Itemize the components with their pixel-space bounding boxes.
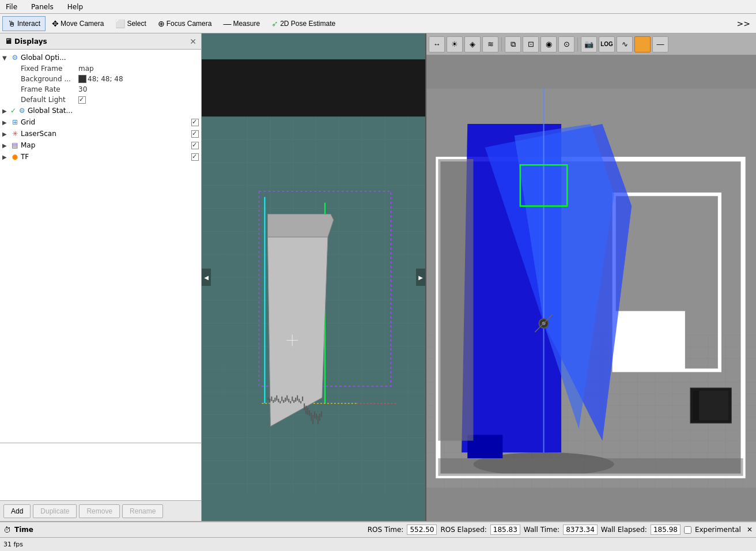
rt-wave-btn[interactable]: ∿ — [617, 36, 633, 52]
svg-rect-60 — [312, 415, 313, 424]
svg-rect-58 — [309, 410, 310, 416]
fixed-frame-row: Fixed Frame map — [0, 63, 201, 74]
tree-global-options[interactable]: ▼ ⚙ Global Opti... — [0, 52, 201, 63]
grid-icon: ⊞ — [10, 118, 20, 126]
global-status-icon: ⚙ — [17, 107, 27, 115]
rt-circle-btn[interactable]: ⊙ — [558, 36, 574, 52]
ros-elapsed-label: ROS Elapsed: — [440, 526, 486, 534]
tf-arrow[interactable]: ▶ — [2, 154, 10, 160]
svg-rect-62 — [316, 414, 317, 420]
rename-button[interactable]: Rename — [122, 504, 163, 518]
svg-rect-42 — [281, 397, 282, 401]
default-light-label: Default Light — [21, 96, 78, 104]
global-status-checkmark: ✓ — [10, 107, 16, 115]
rt-layers-btn[interactable]: ◈ — [464, 36, 481, 52]
background-value: 48; 48; 48 — [88, 75, 123, 83]
svg-rect-45 — [286, 395, 288, 401]
experimental-label: Experimental — [695, 526, 741, 534]
time-close-button[interactable]: ✕ — [747, 526, 753, 534]
svg-rect-38 — [274, 398, 275, 402]
svg-rect-34 — [267, 398, 269, 400]
svg-rect-116 — [438, 458, 743, 476]
background-color-swatch[interactable] — [78, 75, 86, 83]
rt-dash-btn[interactable]: — — [652, 36, 668, 52]
time-icon: ⏱ — [3, 526, 11, 534]
rt-log-btn[interactable]: LOG — [599, 36, 615, 52]
focus-camera-button[interactable]: ⊕ Focus Camera — [153, 16, 217, 31]
rt-sun-btn[interactable]: ☀ — [447, 36, 463, 52]
tf-checkbox[interactable] — [191, 153, 199, 161]
svg-rect-43 — [283, 400, 284, 403]
bottom-buttons: Add Duplicate Remove Rename — [0, 500, 201, 521]
laser-scan-checkbox[interactable] — [191, 130, 199, 138]
svg-rect-46 — [288, 399, 289, 402]
tree-tf[interactable]: ▶ ● TF — [0, 151, 201, 163]
move-camera-button[interactable]: ✥ Move Camera — [47, 16, 109, 31]
svg-rect-47 — [290, 401, 291, 403]
rt-copy-btn[interactable]: ⧉ — [505, 36, 521, 52]
fixed-frame-value: map — [78, 65, 94, 73]
rt-interact-btn[interactable]: ↔ — [429, 36, 445, 52]
main-area: 🖥 Displays ✕ ▼ ⚙ Global Opti... Fixed Fr… — [0, 33, 756, 521]
svg-marker-32 — [267, 214, 333, 237]
map-checkbox[interactable] — [191, 142, 199, 149]
tree-laser-scan[interactable]: ▶ ✳ LaserScan — [0, 128, 201, 139]
wall-elapsed-label: Wall Elapsed: — [601, 526, 647, 534]
grid-arrow[interactable]: ▶ — [2, 119, 10, 126]
svg-rect-48 — [292, 397, 293, 401]
rt-scan-btn[interactable]: ≋ — [482, 36, 498, 52]
displays-close-button[interactable]: ✕ — [190, 37, 196, 46]
remove-button[interactable]: Remove — [79, 504, 120, 518]
default-light-checkbox[interactable] — [78, 96, 86, 104]
displays-icon: 🖥 — [5, 37, 12, 46]
svg-rect-35 — [269, 399, 270, 402]
grid-checkbox[interactable] — [191, 119, 199, 126]
rt-camera-btn[interactable]: 📷 — [581, 36, 597, 52]
menu-help[interactable]: Help — [64, 2, 86, 12]
global-options-arrow[interactable]: ▼ — [2, 55, 10, 61]
right-viewport[interactable]: ↔ ☀ ◈ ≋ ⧉ ⊡ ◉ ⊙ 📷 LOG ∿ — — [426, 33, 756, 521]
measure-icon: — — [223, 19, 231, 28]
menu-bar: File Panels Help — [0, 0, 756, 14]
laser-scan-label: LaserScan — [21, 130, 191, 138]
svg-rect-113 — [693, 391, 699, 420]
tree-grid[interactable]: ▶ ⊞ Grid — [0, 116, 201, 128]
focus-camera-icon: ⊕ — [158, 19, 165, 28]
viewport-3d-svg — [426, 55, 756, 521]
wall-time-value: 8373.34 — [563, 524, 598, 535]
tf-icon: ● — [10, 153, 20, 161]
left-viewport-arrow-left[interactable]: ◀ — [202, 269, 211, 286]
frame-rate-label: Frame Rate — [21, 85, 78, 93]
left-viewport[interactable]: ◀ ▶ — [202, 33, 426, 521]
pose-estimate-button[interactable]: ➶ 2D Pose Estimate — [266, 16, 341, 31]
displays-title-text: Displays — [14, 37, 47, 46]
select-button[interactable]: ⬜ Select — [110, 16, 151, 31]
measure-button[interactable]: — Measure — [218, 16, 265, 31]
rt-orange-btn[interactable] — [634, 36, 651, 52]
tree-map[interactable]: ▶ ▤ Map — [0, 139, 201, 151]
right-toolbar: ↔ ☀ ◈ ≋ ⧉ ⊡ ◉ ⊙ 📷 LOG ∿ — — [426, 33, 756, 55]
displays-header: 🖥 Displays ✕ — [0, 33, 201, 50]
laser-scan-arrow[interactable]: ▶ — [2, 131, 10, 137]
menu-panels[interactable]: Panels — [28, 2, 57, 12]
rt-grid-btn[interactable]: ⊡ — [523, 36, 539, 52]
toolbar: 🖱 Interact ✥ Move Camera ⬜ Select ⊕ Focu… — [0, 14, 756, 33]
menu-file[interactable]: File — [2, 2, 21, 12]
grid-label: Grid — [21, 118, 191, 126]
experimental-checkbox[interactable] — [684, 526, 691, 534]
left-viewport-arrow-right[interactable]: ▶ — [416, 269, 425, 286]
ros-time-label: ROS Time: — [368, 526, 404, 534]
map-arrow[interactable]: ▶ — [2, 142, 10, 149]
toolbar-overflow[interactable]: >> — [734, 18, 754, 29]
rt-target-btn[interactable]: ◉ — [540, 36, 557, 52]
interact-label: Interact — [17, 20, 40, 28]
global-status-arrow[interactable]: ▶ — [2, 108, 10, 114]
tree-global-status[interactable]: ▶ ✓ ⚙ Global Stat... — [0, 105, 201, 116]
interact-button[interactable]: 🖱 Interact — [2, 16, 46, 31]
viewport-2d-svg — [202, 33, 425, 521]
fixed-frame-label: Fixed Frame — [21, 65, 78, 73]
svg-rect-64 — [319, 414, 320, 421]
wall-time-label: Wall Time: — [524, 526, 560, 534]
duplicate-button[interactable]: Duplicate — [33, 504, 77, 518]
add-button[interactable]: Add — [3, 504, 31, 518]
